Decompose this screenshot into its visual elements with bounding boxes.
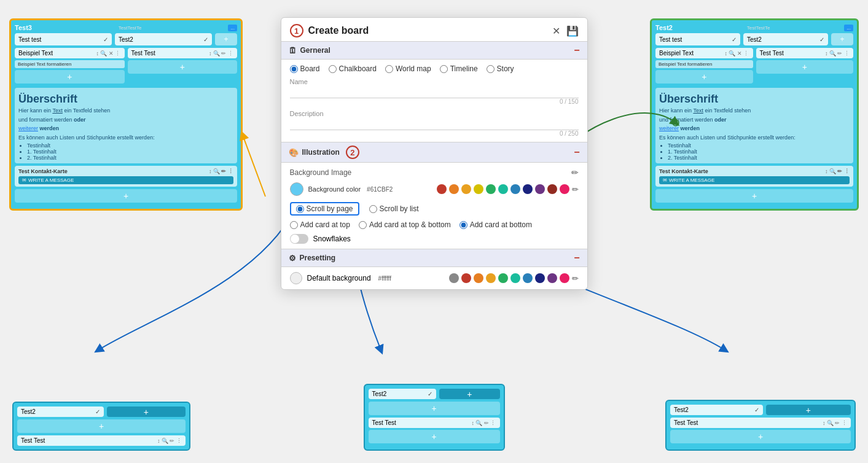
add-card-top[interactable]: Add card at top: [290, 220, 350, 229]
board-br-add-col[interactable]: +: [766, 405, 851, 415]
color-blue[interactable]: [510, 184, 520, 194]
board-tr-testtest: Test Test ↕ 🔍 ✏ ⋮: [756, 48, 854, 58]
board-tr-add-col[interactable]: +: [831, 33, 853, 45]
presetting-palette: ✏: [449, 273, 579, 283]
pre-color-pink[interactable]: [560, 273, 569, 283]
bg-color-label: Background color: [308, 185, 361, 193]
presetting-label: Presetting: [300, 254, 336, 262]
board-bl-testtest: Test Test ↕ 🔍 ✏ ⋮: [17, 435, 186, 446]
default-bg-value: #ffffff: [378, 275, 391, 282]
bg-image-edit-icon[interactable]: ✏: [571, 168, 579, 177]
board-br-testtest: Test Test ↕ 🔍 ✏ ⋮: [670, 418, 851, 428]
pre-color-amber[interactable]: [486, 273, 496, 283]
pre-color-gray[interactable]: [449, 273, 459, 283]
add-card-top-bottom[interactable]: Add card at top & bottom: [359, 220, 451, 229]
name-label: Name: [290, 78, 579, 85]
general-toggle[interactable]: −: [574, 45, 579, 56]
board-tl-subtitle: TestTestTe: [119, 25, 142, 31]
color-red[interactable]: [437, 184, 447, 194]
board-tr-badge: ...: [844, 25, 853, 31]
color-edit-icon[interactable]: ✏: [572, 185, 579, 194]
board-bc-add-card[interactable]: +: [369, 402, 500, 415]
color-amber[interactable]: [461, 184, 471, 194]
board-tl-add-card2[interactable]: +: [128, 60, 238, 74]
board-bl-add-col[interactable]: +: [107, 407, 186, 417]
presetting-bg-row: Default background #ffffff ✏: [290, 272, 579, 284]
name-input[interactable]: [290, 87, 579, 98]
board-tl-li1: Testinhalt: [27, 142, 233, 149]
presetting-toggle[interactable]: −: [574, 252, 579, 263]
board-tr-body2: und formatiert werden oder: [659, 116, 850, 124]
bg-color-swatch[interactable]: [290, 182, 303, 196]
board-tl-testtest: Test Test ↕ 🔍 ✏ ⋮: [128, 48, 238, 58]
save-icon[interactable]: 💾: [566, 25, 579, 37]
type-worldmap[interactable]: World map: [385, 64, 431, 73]
default-bg-label: Default background: [307, 274, 371, 282]
close-icon[interactable]: ✕: [552, 25, 560, 37]
board-tr-write-btn[interactable]: ✉ WRITE A MESSAGE: [659, 176, 850, 184]
board-bottom-right: Test2 ✓ + Test Test ↕ 🔍 ✏ ⋮ +: [665, 400, 856, 451]
pre-color-edit-icon[interactable]: ✏: [572, 274, 579, 283]
general-section-header: 🗓 Gerneral −: [281, 41, 587, 60]
pre-color-red[interactable]: [461, 273, 471, 283]
add-card-row: Add card at top Add card at top & bottom…: [290, 220, 579, 229]
pre-color-teal[interactable]: [510, 273, 520, 283]
name-count: 0 / 150: [290, 98, 579, 105]
scroll-by-list[interactable]: Scroll by list: [369, 204, 419, 213]
desc-input[interactable]: [290, 119, 579, 130]
presetting-section-header: ⚙ Presetting −: [281, 249, 587, 267]
pre-color-blue[interactable]: [523, 273, 533, 283]
board-tl-add-card1[interactable]: +: [15, 70, 125, 84]
bg-image-label: Background Image: [290, 168, 352, 177]
pre-color-green[interactable]: [498, 273, 508, 283]
board-tl-add-bottom[interactable]: +: [15, 189, 237, 203]
general-label: Gerneral: [300, 46, 330, 55]
board-bl-col1: Test2 ✓: [17, 407, 104, 417]
board-tr-body4: Es können auch Listen und Stichpunkte er…: [659, 134, 850, 142]
board-tl-write-btn[interactable]: ✉ WRITE A MESSAGE: [18, 176, 233, 184]
board-tr-add-card2[interactable]: +: [756, 60, 854, 74]
board-tr-add-card1[interactable]: +: [655, 70, 753, 84]
color-orange[interactable]: [449, 184, 459, 194]
board-tl-example-body: Beispiel Text formatieren: [15, 60, 125, 68]
illus-label: Illustration: [302, 148, 340, 157]
desc-count: 0 / 250: [290, 130, 579, 137]
pre-color-darkblue[interactable]: [535, 273, 545, 283]
board-bl-add-card[interactable]: +: [17, 419, 186, 433]
board-bc-add-bottom[interactable]: +: [369, 430, 500, 443]
pre-color-purple[interactable]: [547, 273, 557, 283]
board-tl-body2: und formatiert werden oder: [18, 116, 233, 124]
add-card-bottom[interactable]: Add card at bottom: [459, 220, 532, 229]
color-yellow[interactable]: [474, 184, 483, 194]
bg-color-value: #61CBF2: [367, 186, 393, 193]
color-darkblue[interactable]: [523, 184, 533, 194]
board-tr-add-bottom[interactable]: +: [655, 189, 853, 203]
color-green[interactable]: [486, 184, 496, 194]
board-br-add-bottom[interactable]: +: [670, 430, 851, 443]
color-purple[interactable]: [535, 184, 545, 194]
color-teal[interactable]: [498, 184, 508, 194]
pre-color-orange[interactable]: [474, 273, 483, 283]
board-tl-contact: Test Kontakt-Karte ↕ 🔍 ✏ ⋮ ✉ WRITE A MES…: [15, 166, 237, 187]
board-tl-content: Überschrift Hier kann ein Text ein Textf…: [15, 88, 237, 163]
board-bc-add-col[interactable]: +: [439, 389, 500, 399]
board-tl-badge: ...: [228, 25, 237, 31]
board-tl-add-col[interactable]: +: [215, 33, 237, 45]
default-bg-swatch[interactable]: [290, 272, 302, 284]
type-chalkboard[interactable]: Chalkboard: [329, 64, 377, 73]
color-darkred[interactable]: [547, 184, 557, 194]
board-tr-subtitle: TestTestTe: [747, 25, 770, 31]
board-tl-heading: Überschrift: [18, 93, 233, 106]
board-br-col1: Test2 ✓: [670, 405, 763, 415]
board-bc-testtest: Test Test ↕ 🔍 ✏ ⋮: [369, 418, 500, 428]
modal-title: Create board: [308, 25, 369, 36]
create-board-modal: 1 Create board ✕ 💾 🗓 Gerneral − Board: [281, 17, 588, 290]
color-pink[interactable]: [560, 184, 569, 194]
type-story[interactable]: Story: [487, 64, 514, 73]
scroll-by-page[interactable]: Scroll by page: [290, 202, 359, 216]
illus-toggle[interactable]: −: [574, 147, 579, 158]
type-timeline[interactable]: Timeline: [440, 64, 478, 73]
type-board[interactable]: Board: [290, 64, 320, 73]
board-tr-li1: Testinhalt: [668, 142, 850, 149]
snowflakes-toggle[interactable]: [290, 234, 308, 244]
